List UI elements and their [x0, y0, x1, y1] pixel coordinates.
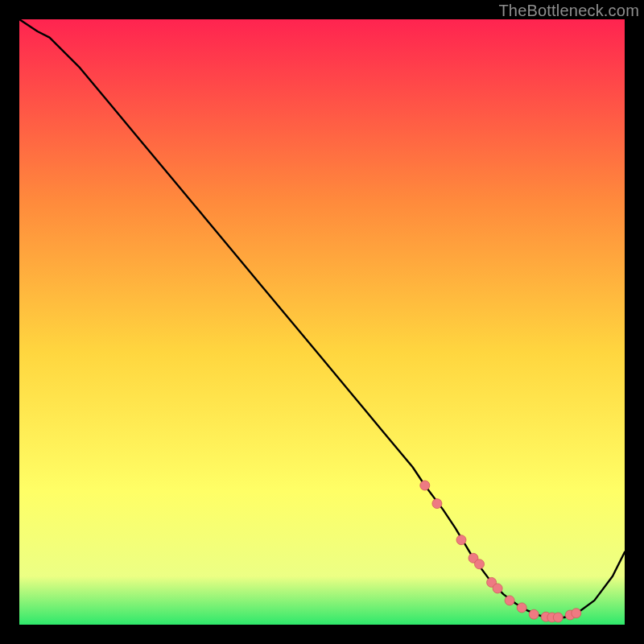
marker-dot	[432, 499, 442, 509]
plot-svg	[19, 19, 625, 625]
plot-area	[19, 19, 625, 625]
marker-dot	[475, 559, 485, 569]
marker-dot	[572, 609, 581, 618]
marker-dot	[456, 535, 466, 545]
marker-dot	[553, 613, 563, 622]
chart-stage: TheBottleneck.com	[0, 0, 644, 644]
gradient-background	[19, 19, 625, 625]
marker-dot	[505, 596, 514, 605]
marker-dot	[529, 609, 539, 619]
marker-dot	[420, 481, 430, 490]
watermark-text: TheBottleneck.com	[498, 2, 639, 20]
marker-dot	[493, 584, 502, 593]
marker-dot	[517, 603, 526, 613]
